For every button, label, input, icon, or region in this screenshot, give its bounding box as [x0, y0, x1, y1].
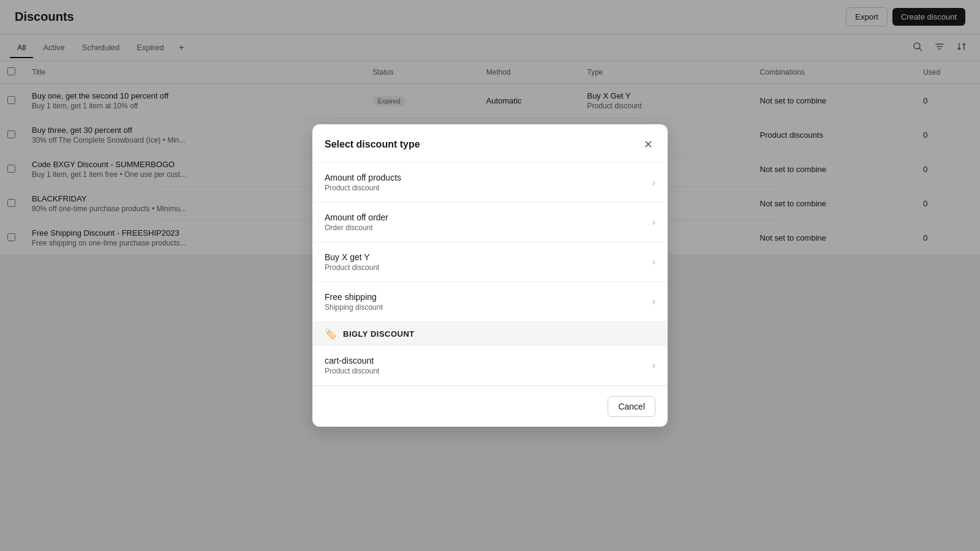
modal-option-left: Amount off order Order discount: [325, 212, 388, 232]
chevron-right-icon: ›: [652, 360, 655, 371]
modal-option-left: Free shipping Shipping discount: [325, 292, 383, 312]
modal-footer: Cancel: [312, 386, 668, 427]
modal-option-title: Free shipping: [325, 292, 383, 302]
cancel-button[interactable]: Cancel: [608, 396, 655, 417]
select-discount-type-modal: Select discount type ✕ Amount off produc…: [312, 124, 668, 427]
section-label: BIGLY DISCOUNT: [343, 329, 415, 339]
modal-section-header: 🏷️ BIGLY DISCOUNT: [312, 322, 668, 346]
modal-option[interactable]: Buy X get Y Product discount ›: [312, 242, 668, 282]
modal-option-left: Buy X get Y Product discount: [325, 252, 379, 272]
modal-option-title: Buy X get Y: [325, 252, 379, 262]
modal-section-option[interactable]: cart-discount Product discount ›: [312, 346, 668, 386]
chevron-right-icon: ›: [652, 217, 655, 228]
modal-option-title: Amount off products: [325, 173, 401, 182]
modal-option[interactable]: Free shipping Shipping discount ›: [312, 282, 668, 322]
modal-section-option-subtitle: Product discount: [325, 367, 379, 375]
modal-close-button[interactable]: ✕: [641, 137, 655, 152]
modal-option-subtitle: Product discount: [325, 184, 401, 192]
modal-option-subtitle: Product discount: [325, 263, 379, 272]
chevron-right-icon: ›: [652, 257, 655, 268]
modal-overlay[interactable]: Select discount type ✕ Amount off produc…: [0, 0, 980, 551]
modal-option-left: Amount off products Product discount: [325, 173, 401, 192]
modal-option[interactable]: Amount off order Order discount ›: [312, 203, 668, 242]
modal-option-subtitle: Order discount: [325, 223, 388, 232]
modal-option[interactable]: Amount off products Product discount ›: [312, 163, 668, 203]
modal-option-subtitle: Shipping discount: [325, 303, 383, 312]
modal-title: Select discount type: [325, 139, 420, 150]
modal-section-option-title: cart-discount: [325, 356, 379, 365]
modal-body: Amount off products Product discount › A…: [312, 163, 668, 386]
modal-section-option-left: cart-discount Product discount: [325, 356, 379, 375]
modal-option-title: Amount off order: [325, 212, 388, 222]
section-icon: 🏷️: [325, 328, 337, 340]
chevron-right-icon: ›: [652, 296, 655, 307]
chevron-right-icon: ›: [652, 177, 655, 188]
modal-header: Select discount type ✕: [312, 124, 668, 163]
